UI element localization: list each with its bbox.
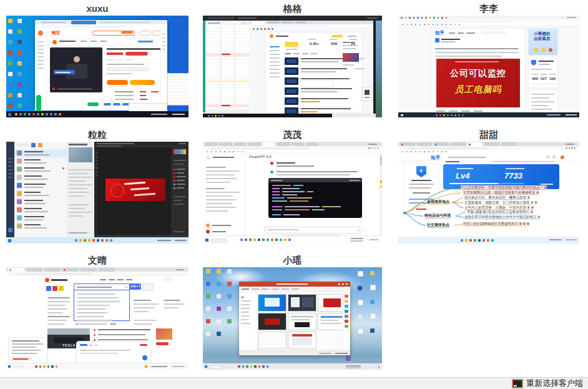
desktop-icons (206, 269, 210, 336)
map-node: 其他推荐地点 (427, 200, 449, 205)
red-banner-artwork (105, 179, 165, 201)
poster-line2: 员工电脑吗 (436, 85, 520, 94)
desktop-icons (370, 271, 376, 333)
red-poster: 公司可以监控 员工电脑吗 (436, 59, 520, 107)
client-cell-maomao: 茂茂 (203, 129, 382, 244)
client-screen-xuxu[interactable]: 淘宝 (6, 16, 189, 117)
background-spreadsheet (167, 73, 189, 106)
client-screen-lili[interactable]: 知乎 公司可以监控 员工电脑吗 (398, 16, 579, 117)
client-name: 茂茂 (203, 129, 382, 140)
reselect-client-button[interactable]: 重新选择客户端 (512, 378, 583, 389)
client-screen-wenqing[interactable]: 百度一下 TESLA (6, 267, 189, 370)
client-name: 甜甜 (398, 129, 579, 140)
shop-header (50, 38, 164, 46)
desktop-icons (358, 271, 363, 334)
ai-input-card[interactable] (76, 341, 151, 363)
zhihu-logo: 知乎 (435, 31, 444, 35)
client-name: 小瑶 (203, 255, 382, 266)
chat-list (14, 142, 67, 237)
model-label: ChatGPT 3.5 (249, 155, 272, 159)
stat-plays: 3.35+ (310, 42, 319, 46)
slide-grid (255, 292, 343, 351)
client-name: 格格 (203, 3, 382, 14)
qr-panel (362, 87, 372, 101)
zhihu-logo: 知乎 (431, 155, 441, 160)
poster-line1: 公司可以监控 (436, 69, 520, 77)
zhihu-sidebar: 小黑裙的 台前幕后 460 527 100 (528, 28, 557, 111)
site-logo-icon (45, 278, 49, 282)
client-screen-maomao[interactable]: ChatGPT 3.5 (203, 142, 382, 244)
taskbar (203, 235, 382, 244)
client-screen-gege[interactable]: 3.35+ 208 24 (203, 16, 382, 117)
photoshop-window (94, 142, 189, 237)
client-screen-xiaoyao[interactable] (203, 267, 382, 370)
taskbar (203, 114, 332, 117)
zhihu-header: 知乎 (398, 154, 579, 161)
user-avatar (270, 162, 273, 165)
stat-fans: 208 (331, 42, 337, 46)
video-player (50, 47, 102, 92)
desktop-icons (227, 269, 232, 323)
desktop-icons (17, 19, 22, 108)
code-block (268, 178, 362, 218)
chatgpt-sidebar (203, 153, 246, 236)
ai-search-button[interactable] (143, 283, 154, 291)
desktop-icons (217, 269, 221, 336)
ps-canvas (98, 147, 172, 235)
scrollbar[interactable] (380, 153, 382, 236)
wechat-sliver (36, 95, 41, 111)
chat-preview (67, 142, 94, 237)
chat-overlay (9, 337, 47, 365)
taskbar (398, 237, 579, 244)
publish-button (285, 42, 298, 47)
baidu-search-button[interactable]: 百度一下 (130, 283, 141, 290)
client-monitor-icon (512, 379, 523, 388)
client-cell-tiantian: 甜甜 知乎 (398, 129, 579, 244)
side-column (343, 42, 359, 117)
ps-panels (172, 147, 189, 235)
client-cell-gege: 格格 (203, 3, 382, 117)
points-text: 7733 (504, 172, 522, 180)
ad-banner: 小黑裙的 台前幕后 (528, 28, 558, 56)
footer-bar: 重新选择客户端 (0, 377, 588, 389)
client-cell-xiaoyao: 小瑶 (203, 255, 382, 370)
desktop-icons (8, 19, 12, 108)
browser-window: 3.35+ 208 24 (249, 21, 376, 114)
chat-dock (6, 142, 14, 237)
taobao-logo: 淘宝 (51, 31, 60, 35)
browser-window: 淘宝 (35, 20, 167, 111)
client-name: xuxu (6, 3, 189, 14)
taskbar (203, 363, 382, 370)
client-screen-tiantian[interactable]: 知乎 4 (398, 142, 579, 244)
suggestion-dropdown[interactable] (74, 290, 130, 321)
client-cell-xuxu: xuxu 淘宝 (6, 3, 189, 117)
cart-button (130, 80, 155, 85)
desktop-slice (376, 21, 382, 117)
taskbar (6, 111, 189, 117)
tab-strip (398, 142, 579, 146)
profile-card: 460 527 100 (528, 57, 558, 88)
background-sheet (129, 103, 167, 112)
taskbar (398, 112, 579, 117)
client-screen-lili2[interactable] (6, 142, 189, 244)
tab-strip (6, 267, 189, 272)
map-node: 特色活动与环境 (424, 214, 451, 219)
product-title (107, 48, 160, 50)
taskbar (6, 363, 189, 370)
spreadsheet-app (203, 21, 249, 112)
client-cell-lili2: 粒粒 (6, 129, 189, 244)
assistant-avatar (270, 170, 273, 174)
level-badge: 4 (416, 166, 426, 177)
buy-button (107, 80, 128, 85)
mind-map: 中山古街商业区：石家庄历史韵味与现代商业结合之一 ⊕ 长安区紫荆台公园：烟花灯光… (398, 184, 579, 237)
reselect-client-label: 重新选择客户端 (526, 378, 583, 389)
car-brand-label: TESLA (62, 344, 76, 347)
promo-card (156, 328, 172, 340)
client-cell-wenqing: 文晴 (6, 255, 189, 370)
video-site-page: 3.35+ 208 24 (265, 32, 362, 112)
client-name: 粒粒 (6, 129, 189, 140)
viewer-window (239, 282, 350, 355)
window-titlebar (203, 16, 382, 21)
client-name: 文晴 (6, 255, 189, 266)
taskbar (6, 237, 189, 244)
